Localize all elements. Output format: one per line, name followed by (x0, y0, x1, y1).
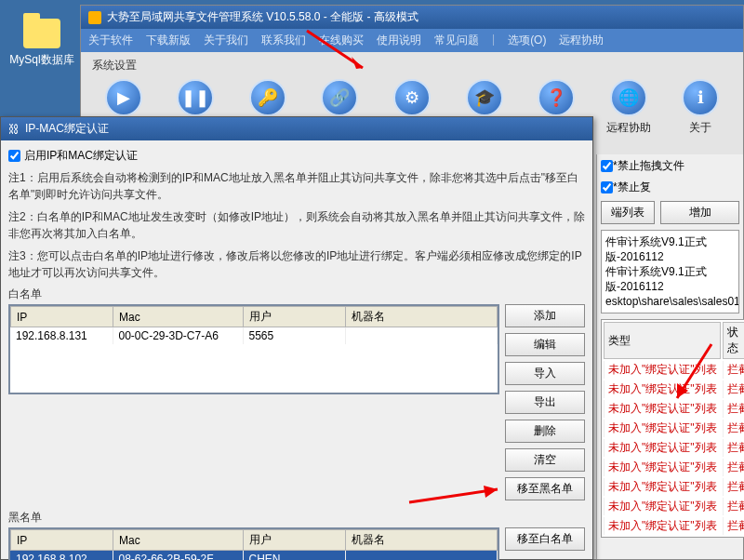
file-row[interactable]: 件审计系统V9.1正式版-2016112 (605, 264, 735, 294)
section-system-settings: 系统设置 (81, 52, 743, 75)
th-type[interactable]: 类型 (604, 322, 721, 359)
status-row[interactable]: 未加入"绑定认证"列表拦截 (604, 361, 744, 379)
app-logo-icon (88, 11, 101, 24)
file-row[interactable]: 件审计系统V9.1正式版-2016112 (605, 234, 735, 264)
note2: 注2：白名单的IP和MAC地址发生改变时（如修改IP地址），则系统会自动将其放入… (8, 208, 585, 242)
status-row[interactable]: 未加入"绑定认证"列表拦截 (604, 478, 744, 496)
menu-faq[interactable]: 常见问题 (434, 33, 479, 48)
th-host[interactable]: 机器名 (346, 307, 498, 327)
tool-start-protect-icon: ▶ (105, 79, 142, 116)
th-mac[interactable]: Mac (113, 307, 244, 327)
btn-add[interactable]: 添加 (505, 304, 585, 327)
menu-about-us[interactable]: 关于我们 (204, 33, 248, 48)
blacklist-label: 黑名单 (8, 510, 585, 526)
tool-about[interactable]: ℹ关于 (670, 79, 733, 136)
tool-remote-assist[interactable]: 🌐远程协助 (597, 79, 660, 136)
app-title: 大势至局域网共享文件管理系统 V10.5.58.0 - 全能版 - 高级模式 (107, 9, 418, 25)
file-list[interactable]: 件审计系统V9.1正式版-2016112 件审计系统V9.1正式版-201611… (601, 230, 739, 313)
tool-about-label: 关于 (689, 120, 711, 136)
btn-clear[interactable]: 清空 (505, 448, 585, 472)
th-user[interactable]: 用户 (244, 530, 346, 551)
whitelist-label: 白名单 (8, 287, 585, 302)
btn-add-client[interactable]: 增加 (660, 201, 739, 224)
status-row[interactable]: 未加入"绑定认证"列表拦截 (604, 380, 744, 398)
chk-no-drag-box[interactable] (601, 160, 613, 172)
btn-to-white[interactable]: 移至白名单 (505, 527, 585, 551)
table-row[interactable]: 192.168.8.13100-0C-29-3D-C7-A65565 (10, 327, 498, 344)
th-status[interactable]: 状态 (723, 322, 744, 359)
th-user[interactable]: 用户 (244, 307, 346, 327)
blacklist-buttons: 移至白名单 (505, 527, 585, 551)
file-row[interactable]: esktop\share\sales\sales01 (605, 294, 735, 309)
btn-edit[interactable]: 编辑 (505, 333, 585, 356)
menubar: 关于软件 下载新版 关于我们 联系我们 在线购买 使用说明 常见问题 | 选项(… (81, 29, 743, 52)
btn-delete[interactable]: 删除 (505, 420, 585, 443)
status-row[interactable]: 未加入"绑定认证"列表拦截 (604, 517, 744, 535)
tool-remote-assist-label: 远程协助 (606, 120, 651, 136)
tool-manual-icon: 🎓 (466, 79, 503, 116)
chk-enable-ipmac-box[interactable] (8, 150, 20, 162)
tool-faq-icon: ❓ (538, 79, 575, 116)
tool-about-icon: ℹ (682, 79, 719, 116)
dialog-titlebar: ⛓ IP-MAC绑定认证 (1, 117, 592, 140)
status-table: 类型 状态 未加入"绑定认证"列表拦截未加入"绑定认证"列表拦截未加入"绑定认证… (601, 319, 744, 538)
dialog-icon: ⛓ (8, 123, 20, 136)
titlebar: 大势至局域网共享文件管理系统 V10.5.58.0 - 全能版 - 高级模式 (81, 6, 743, 29)
menu-manual[interactable]: 使用说明 (377, 33, 421, 48)
chk-enable-ipmac[interactable]: 启用IP和MAC绑定认证 (8, 148, 585, 164)
desktop-folder[interactable]: MySql数据库 (9, 19, 74, 68)
right-pane: *禁止拖拽文件 *禁止复 端列表 增加 件审计系统V9.1正式版-2016112… (596, 154, 743, 559)
th-host[interactable]: 机器名 (346, 530, 498, 551)
menu-sep: | (492, 33, 495, 48)
folder-icon (23, 19, 60, 48)
note1: 注1：启用后系统会自动将检测到的IP和MAC地址放入黑名单并阻止其访问共享文件，… (8, 169, 585, 203)
th-ip[interactable]: IP (11, 307, 113, 327)
btn-col-list[interactable]: 端列表 (601, 201, 655, 224)
th-mac[interactable]: Mac (113, 530, 244, 551)
tool-bind-auth-icon: 🔗 (321, 79, 358, 116)
menu-about-soft[interactable]: 关于软件 (88, 33, 133, 48)
menu-contact[interactable]: 联系我们 (261, 33, 306, 48)
blacklist-grid[interactable]: IP Mac 用户 机器名 192.168.8.10208-62-66-2B-5… (8, 527, 499, 560)
btn-export[interactable]: 导出 (505, 391, 585, 414)
status-row[interactable]: 未加入"绑定认证"列表拦截 (604, 400, 744, 418)
menu-buy[interactable]: 在线购买 (319, 33, 364, 48)
chk-no-copy-box[interactable] (601, 181, 613, 193)
tool-stop-protect-icon: ❚❚ (177, 79, 214, 116)
whitelist-buttons: 添加 编辑 导入 导出 删除 清空 移至黑名单 (505, 304, 585, 500)
menu-download[interactable]: 下载新版 (146, 33, 191, 48)
status-row[interactable]: 未加入"绑定认证"列表拦截 (604, 420, 744, 437)
chk-no-copy[interactable]: *禁止复 (601, 180, 651, 195)
ipmac-dialog: ⛓ IP-MAC绑定认证 启用IP和MAC绑定认证 注1：启用后系统会自动将检测… (0, 116, 593, 560)
dialog-title: IP-MAC绑定认证 (25, 121, 109, 137)
status-row[interactable]: 未加入"绑定认证"列表拦截 (604, 459, 744, 476)
tool-remote-assist-icon: 🌐 (610, 79, 647, 116)
desktop-folder-label: MySql数据库 (9, 52, 74, 68)
chk-no-drag[interactable]: *禁止拖拽文件 (601, 158, 684, 174)
btn-import[interactable]: 导入 (505, 362, 585, 385)
table-row[interactable]: 192.168.8.10208-62-66-2B-59-2FCHEN (10, 551, 498, 560)
menu-options[interactable]: 选项(O) (508, 33, 546, 48)
status-row[interactable]: 未加入"绑定认证"列表拦截 (604, 439, 744, 457)
btn-to-black[interactable]: 移至黑名单 (505, 477, 585, 500)
whitelist-grid[interactable]: IP Mac 用户 机器名 192.168.8.13100-0C-29-3D-C… (8, 304, 499, 394)
th-ip[interactable]: IP (11, 530, 113, 551)
status-row[interactable]: 未加入"绑定认证"列表拦截 (604, 498, 744, 515)
tool-access-permit-icon: 🔑 (249, 79, 286, 116)
note3: 注3：您可以点击白名单的IP地址进行修改，修改后将以您修改的IP地址进行绑定。客… (8, 247, 585, 281)
menu-remote[interactable]: 远程协助 (559, 33, 604, 48)
tool-global-settings-icon: ⚙ (393, 79, 431, 116)
